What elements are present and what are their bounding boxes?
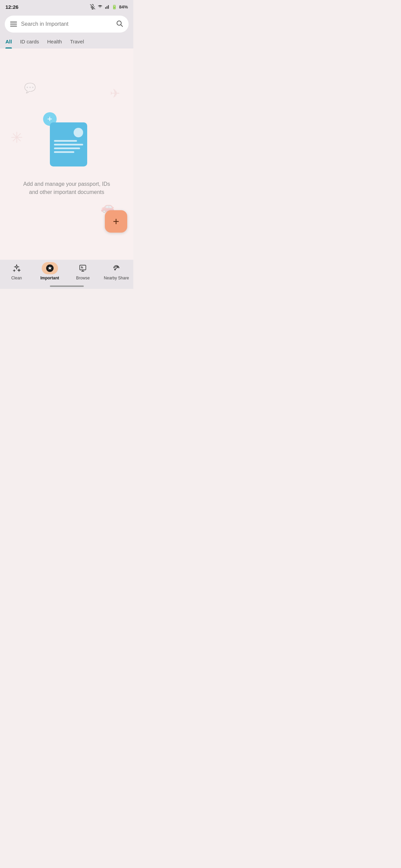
browse-label: Browse — [76, 276, 90, 280]
nav-item-important[interactable]: Important — [38, 262, 62, 280]
doc-line-2 — [54, 144, 83, 145]
nav-item-browse[interactable]: Browse — [71, 262, 95, 280]
important-label: Important — [40, 276, 59, 280]
doc-circle — [74, 128, 83, 137]
status-icons: 🔋 84% — [90, 4, 128, 9]
search-placeholder: Search in Important — [21, 21, 112, 27]
tab-id-cards[interactable]: ID cards — [20, 39, 39, 48]
tab-all[interactable]: All — [5, 39, 12, 48]
svg-rect-4 — [107, 6, 107, 9]
search-bar[interactable]: Search in Important — [5, 16, 129, 33]
tab-health[interactable]: Health — [47, 39, 62, 48]
important-icon-wrap — [42, 262, 58, 274]
nav-item-clean[interactable]: Clean — [4, 262, 29, 280]
star-icon — [46, 264, 54, 272]
nearby-share-label: Nearby Share — [104, 276, 129, 280]
home-indicator — [0, 286, 133, 289]
svg-rect-3 — [105, 7, 106, 9]
signal-icon — [105, 4, 110, 9]
add-button[interactable]: + — [105, 210, 127, 233]
add-icon: + — [113, 216, 119, 227]
status-bar: 12:26 🔋 84% — [0, 0, 133, 12]
doc-line-1 — [54, 140, 77, 142]
sparkle-icon — [13, 264, 21, 272]
description-text: Add and manage your passport, IDs and ot… — [19, 180, 114, 196]
clean-icon-wrap — [8, 262, 25, 274]
search-bar-container: Search in Important — [0, 12, 133, 36]
wifi-icon — [97, 4, 103, 9]
status-time: 12:26 — [5, 4, 18, 10]
svg-rect-9 — [80, 265, 86, 270]
nav-item-nearby-share[interactable]: Nearby Share — [104, 262, 129, 280]
doc-line-4 — [54, 151, 74, 153]
browse-icon-wrap — [75, 262, 91, 274]
asterisk-decoration-icon: ✳ — [11, 129, 23, 146]
doc-card — [50, 122, 87, 166]
browse-icon — [79, 264, 87, 272]
home-indicator-bar — [50, 285, 84, 287]
nearby-icon-wrap — [108, 262, 125, 274]
svg-point-12 — [117, 267, 118, 268]
plane-decoration-icon: ✈ — [110, 86, 120, 101]
menu-button[interactable] — [10, 22, 17, 26]
nearby-icon — [112, 264, 120, 272]
mute-icon — [90, 4, 95, 9]
tab-travel[interactable]: Travel — [70, 39, 84, 48]
doc-line-3 — [54, 147, 80, 149]
battery-icon: 🔋 — [112, 4, 117, 9]
svg-line-7 — [121, 25, 122, 26]
svg-rect-5 — [108, 5, 109, 8]
tabs-container: All ID cards Health Travel — [0, 36, 133, 48]
battery-percentage: 84% — [119, 4, 128, 9]
main-content: ✈ ✳ 💬 🚗 + Add and manage your passport, … — [0, 48, 133, 260]
illustration: + — [43, 112, 91, 166]
bottom-nav: Clean Important Browse — [0, 260, 133, 286]
chat-decoration-icon: 💬 — [24, 82, 36, 94]
search-button[interactable] — [116, 20, 123, 28]
svg-point-11 — [115, 269, 116, 270]
clean-label: Clean — [11, 276, 22, 280]
